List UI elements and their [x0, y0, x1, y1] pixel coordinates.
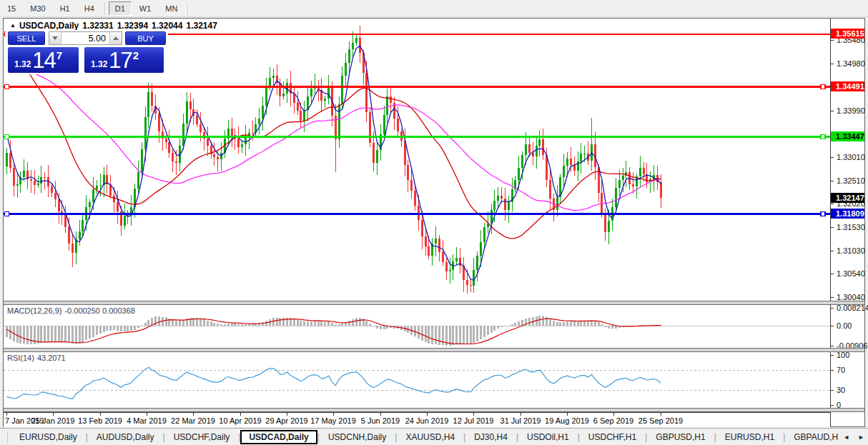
pane-splitter[interactable]	[4, 301, 864, 305]
chart-window: ▲USDCAD,Daily1.323311.323941.320441.3214…	[1, 17, 867, 428]
date-label: 17 May 2019	[310, 416, 356, 425]
one-click-trading-panel: SELL BUY 1.32147 1.32172	[6, 30, 168, 74]
time-tick	[613, 413, 614, 416]
chart-tab-bar: EURUSD,Daily|AUDUSD,Daily|USDCHF,Daily|U…	[0, 428, 868, 445]
price-badge: 1.31809	[831, 209, 864, 219]
timeframe-button-15[interactable]: 15	[1, 1, 22, 16]
macd-label: MACD(12,26,9)-0.000250 0.000368	[7, 306, 138, 315]
price-axis-label: 1.31030	[831, 246, 865, 256]
time-tick	[473, 413, 474, 416]
macd-axis-label: 0.00	[831, 321, 852, 331]
tab-bar-grip	[0, 431, 8, 443]
timeframe-button-m30[interactable]: M30	[24, 1, 51, 16]
chart-symbol-label: USDCAD,Daily	[19, 21, 79, 31]
tab-scroll-left-icon[interactable]: ◄	[843, 434, 849, 441]
volume-input[interactable]	[61, 32, 109, 44]
ohlc-open: 1.32331	[82, 21, 113, 31]
chart-tab-eurusd-daily[interactable]: EURUSD,Daily	[11, 430, 86, 444]
time-tick	[193, 413, 194, 416]
price-axis-label: 1.31530	[831, 223, 865, 232]
time-axis[interactable]: 7 Jan 201925 Jan 201913 Feb 20194 Mar 20…	[4, 412, 830, 427]
price-axis-label: 1.32510	[831, 176, 865, 186]
chart-tab-xauusd-h4[interactable]: XAUUSD,H4	[397, 430, 463, 444]
rsi-axis-label: 30	[831, 386, 845, 395]
bid-price-box[interactable]: 1.32147	[8, 47, 79, 73]
ask-price-big-digits: 17	[109, 51, 132, 70]
date-label: 4 Mar 2019	[127, 416, 167, 425]
timeframe-button-d1[interactable]: D1	[109, 1, 132, 16]
time-tick	[567, 413, 568, 416]
bid-price-big-digits: 14	[32, 51, 55, 70]
chart-tab-dj30-h4[interactable]: DJ30,H4	[465, 430, 516, 444]
ask-price-prefix: 1.32	[91, 59, 107, 70]
buy-button[interactable]: BUY	[125, 31, 166, 45]
timeframe-button-h4[interactable]: H4	[78, 1, 101, 16]
arrow-down-icon	[52, 36, 58, 40]
date-label: 22 Mar 2019	[171, 416, 215, 425]
time-tick	[287, 413, 287, 416]
chart-title: ▲USDCAD,Daily1.323311.323941.320441.3214…	[10, 21, 221, 31]
rsi-label: RSI(14)43.2071	[7, 354, 69, 362]
date-label: 12 Jul 2019	[453, 416, 494, 425]
date-label: 24 Jun 2019	[405, 416, 449, 425]
price-badge: 1.33447	[831, 131, 864, 141]
price-badge: 1.34491	[831, 81, 864, 91]
chart-tab-audusd-daily[interactable]: AUDUSD,Daily	[88, 430, 163, 444]
sell-button[interactable]: SELL	[8, 31, 45, 45]
date-label: 5 Jun 2019	[361, 416, 400, 425]
date-label: 25 Sep 2019	[638, 416, 683, 425]
date-label: 6 Sep 2019	[593, 416, 633, 425]
tab-strip: EURUSD,Daily|AUDUSD,Daily|USDCHF,Daily|U…	[11, 429, 844, 445]
chart-tab-usdoil-h1[interactable]: USDOil,H1	[518, 430, 578, 444]
tab-scroll-arrows: ◄ ►	[839, 429, 864, 445]
time-tick	[521, 413, 521, 416]
time-tick	[6, 413, 7, 416]
tab-scroll-right-icon[interactable]: ►	[858, 434, 864, 441]
date-label: 31 Jul 2019	[500, 416, 541, 425]
chart-tab-usdcnh-daily[interactable]: USDCNH,Daily	[320, 430, 395, 444]
price-badge: 1.35615	[831, 29, 864, 39]
toolbar-separator	[104, 3, 105, 14]
ohlc-close: 1.32147	[186, 21, 217, 31]
rsi-indicator-pane[interactable]: RSI(14)43.2071	[4, 352, 830, 408]
pane-splitter[interactable]	[4, 408, 864, 412]
price-badge: 1.32147	[831, 193, 864, 203]
ask-price-box[interactable]: 1.32172	[84, 47, 164, 73]
rsi-axis-label: 70	[831, 366, 845, 375]
time-tick	[240, 413, 241, 416]
time-tick	[100, 413, 101, 416]
macd-indicator-pane[interactable]: MACD(12,26,9)-0.000250 0.000368	[4, 305, 830, 348]
toolbar-separator	[187, 3, 188, 14]
timeframe-button-mn[interactable]: MN	[159, 1, 184, 16]
chart-frame: ▲USDCAD,Daily1.323311.323941.320441.3214…	[3, 18, 865, 427]
chart-tab-usdcad-daily[interactable]: USDCAD,Daily	[240, 430, 317, 444]
pane-splitter[interactable]	[4, 348, 864, 352]
volume-control	[49, 31, 122, 45]
chart-tab-gbpusd-h1[interactable]: GBPUSD,H1	[647, 430, 714, 444]
price-axis-label: 1.33010	[831, 153, 865, 162]
timeframe-toolbar: 15M30H1H4D1W1MN	[0, 0, 868, 17]
chart-collapse-icon[interactable]: ▲	[10, 22, 16, 29]
chart-tab-usdchf-h1[interactable]: USDCHF,H1	[580, 430, 645, 444]
volume-increase-button[interactable]	[109, 32, 122, 44]
chart-tab-usdchf-daily[interactable]: USDCHF,Daily	[165, 430, 239, 444]
price-axis-label: 1.30540	[831, 269, 865, 279]
chart-tab-eurusd-h1[interactable]: EURUSD,H1	[716, 430, 783, 444]
time-tick	[427, 413, 428, 416]
date-label: 10 Apr 2019	[219, 416, 261, 425]
time-tick	[380, 413, 381, 416]
main-chart-pane[interactable]: ▲USDCAD,Daily1.323311.323941.320441.3214…	[4, 19, 830, 301]
bid-price-prefix: 1.32	[14, 59, 31, 70]
time-tick	[53, 413, 54, 416]
price-axis[interactable]: 1.354801.349801.339901.330101.325101.320…	[830, 19, 864, 426]
timeframe-button-w1[interactable]: W1	[133, 1, 158, 16]
price-axis-label: 1.33990	[831, 106, 865, 116]
chart-tab-gbpaud-h1[interactable]: GBPAUD,H1	[785, 430, 844, 444]
bid-price-pip-digit: 7	[56, 51, 62, 60]
arrow-up-icon	[113, 36, 119, 40]
timeframe-button-h1[interactable]: H1	[54, 1, 77, 16]
date-label: 25 Jan 2019	[31, 416, 75, 425]
date-label: 19 Aug 2019	[545, 416, 589, 425]
ohlc-high: 1.32394	[117, 21, 148, 31]
volume-decrease-button[interactable]	[49, 32, 61, 44]
